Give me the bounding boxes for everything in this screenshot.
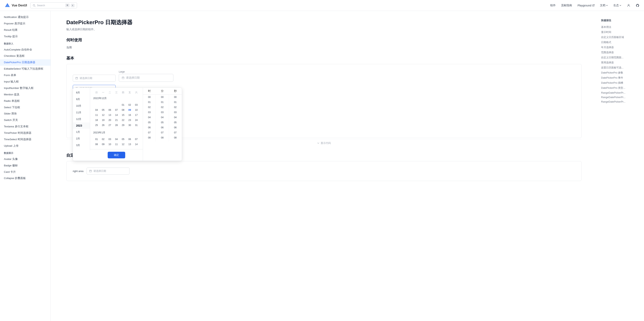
cal-day-18[interactable]: 18	[93, 118, 100, 123]
sidebar-item-avatar[interactable]: Avatar 头像	[0, 156, 50, 162]
min-06[interactable]: 06	[156, 125, 168, 130]
right-nav-item-format[interactable]: 日期格式	[601, 40, 640, 45]
cal-day-03[interactable]: 03	[133, 102, 140, 108]
hour-07[interactable]: 07	[143, 130, 156, 135]
time-col-seconds[interactable]: 00 01 02 03 04 05 06 07 08	[169, 94, 182, 142]
cal-day2-01[interactable]: 01	[93, 137, 100, 142]
right-nav-item-range2[interactable]: RangeDatePickerPr...	[601, 95, 640, 100]
right-nav-item-events[interactable]: DatePickerPro 事件	[601, 75, 640, 80]
cal-day-11[interactable]: 11	[93, 112, 100, 118]
sidebar-item-checkbox[interactable]: Checkbox 复选框	[0, 53, 50, 59]
right-nav-item-time[interactable]: 显示时间	[601, 30, 640, 35]
cal-day2-05[interactable]: 05	[120, 137, 126, 142]
hour-05[interactable]: 05	[143, 120, 156, 125]
sidebar-item-autocomplete[interactable]: AutoComplete 自动补全	[0, 46, 50, 53]
sec-08[interactable]: 08	[169, 135, 182, 140]
hour-02[interactable]: 02	[143, 105, 156, 110]
hour-03[interactable]: 03	[143, 110, 156, 115]
cal-day-28[interactable]: 28	[113, 123, 120, 128]
sidebar-item-datepickerpro[interactable]: DatePickerPro 日期选择器	[0, 59, 50, 66]
cal-day-06[interactable]: 06	[106, 108, 113, 112]
month-item-year-2023[interactable]: 2023	[73, 122, 90, 129]
date-input-large[interactable]: 请选择日期	[119, 74, 174, 82]
cal-day-27[interactable]: 27	[106, 123, 113, 128]
cal-day2-08[interactable]: 08	[93, 142, 100, 147]
sidebar-item-mention[interactable]: Mention 提及	[0, 92, 50, 98]
sidebar-item-inputnumber[interactable]: InputNumber 数字输入框	[0, 85, 50, 92]
sidebar-item-input[interactable]: Input 输入框	[0, 78, 50, 85]
month-item-8[interactable]: 8月	[73, 89, 90, 96]
cal-day-16[interactable]: 16	[126, 112, 133, 118]
sec-07[interactable]: 07	[169, 130, 182, 135]
month-item-9[interactable]: 9月	[73, 96, 90, 102]
cal-day2-07[interactable]: 07	[133, 137, 140, 142]
sidebar-item-notification[interactable]: Notification 通知提示	[0, 14, 50, 20]
cal-day2-03[interactable]: 03	[106, 137, 113, 142]
right-nav-item-range1[interactable]: RangeDatePickerPr...	[601, 90, 640, 95]
sidebar-item-popover[interactable]: Popover 悬浮提示	[0, 20, 50, 27]
min-05[interactable]: 05	[156, 120, 168, 125]
cal-day-22[interactable]: 22	[120, 118, 126, 123]
right-nav-item-types[interactable]: DatePickerPro 类型...	[601, 86, 640, 90]
sidebar-item-upload[interactable]: Upload 上传	[0, 143, 50, 149]
hour-08[interactable]: 08	[143, 135, 156, 140]
nav-ecosystem[interactable]: 生态	[614, 4, 622, 7]
month-item-4[interactable]: 4月	[73, 148, 90, 150]
cal-day-07[interactable]: 07	[113, 108, 120, 112]
cal-day-13[interactable]: 13	[106, 112, 113, 118]
min-04[interactable]: 04	[156, 115, 168, 120]
cal-day2-04[interactable]: 04	[113, 137, 120, 142]
month-scroll[interactable]: 8月 9月 10月 11月 12月 2023 1月 2月 3月 4月	[73, 88, 90, 150]
sec-00[interactable]: 00	[169, 94, 182, 100]
cal-day-26[interactable]: 26	[100, 123, 106, 128]
hour-00[interactable]: 00	[143, 94, 156, 100]
right-nav-item-year-month[interactable]: 年月选择器	[601, 45, 640, 50]
cal-day-10[interactable]: 10	[133, 108, 140, 112]
cal-day-19[interactable]: 19	[100, 118, 106, 123]
date-input-custom[interactable]: 请选择日期	[86, 168, 130, 174]
min-02[interactable]: 02	[156, 105, 168, 110]
cal-day-17[interactable]: 17	[133, 112, 140, 118]
cal-day-01[interactable]: 01	[120, 102, 126, 108]
hour-04[interactable]: 04	[143, 115, 156, 120]
user-icon[interactable]	[627, 4, 630, 7]
right-nav-item-range3[interactable]: RangeDatePickerPr...	[601, 100, 640, 104]
cal-day2-12[interactable]: 12	[120, 142, 126, 147]
cal-day-12[interactable]: 12	[100, 112, 106, 118]
sidebar-item-form[interactable]: Form 表单	[0, 72, 50, 78]
cal-day-05[interactable]: 05	[100, 108, 106, 112]
cal-day-09[interactable]: 09	[126, 108, 133, 112]
search-box[interactable]: Search ⌘ K	[30, 2, 77, 8]
right-nav-item-range[interactable]: 范围选择器	[601, 50, 640, 55]
sec-04[interactable]: 04	[169, 115, 182, 120]
cal-day2-13[interactable]: 13	[126, 142, 133, 147]
min-01[interactable]: 01	[156, 100, 168, 105]
month-item-2[interactable]: 2月	[73, 135, 90, 142]
sidebar-item-result[interactable]: Result 结果	[0, 27, 50, 33]
sidebar-item-textarea[interactable]: Textarea 多行文本框	[0, 124, 50, 130]
cal-day-29[interactable]: 29	[120, 123, 126, 128]
sidebar-item-collapse[interactable]: Collapse 折叠面板	[0, 175, 50, 182]
min-07[interactable]: 07	[156, 130, 168, 135]
time-col-minutes[interactable]: 00 01 02 03 04 05 06 07 08	[156, 94, 169, 142]
confirm-button[interactable]: 确定	[108, 152, 125, 158]
sidebar-item-card[interactable]: Card 卡片	[0, 169, 50, 175]
sec-06[interactable]: 06	[169, 125, 182, 130]
nav-docs[interactable]: 文档	[600, 4, 608, 7]
month-item-10[interactable]: 10月	[73, 102, 90, 109]
sidebar-item-badge[interactable]: Badge 徽标	[0, 162, 50, 169]
sidebar-item-select[interactable]: Select 下拉框	[0, 104, 50, 111]
sidebar-item-tooltip[interactable]: Tooltip 提示	[0, 33, 50, 40]
cal-day-14[interactable]: 14	[113, 112, 120, 118]
right-nav-item-selectable[interactable]: 设置日历面板可选...	[601, 65, 640, 70]
cal-day2-09[interactable]: 09	[100, 142, 106, 147]
sidebar-item-slider[interactable]: Slider 滑块	[0, 110, 50, 117]
cal-day-25[interactable]: 25	[93, 123, 100, 128]
cal-day2-02[interactable]: 02	[100, 137, 106, 142]
hour-06[interactable]: 06	[143, 125, 156, 130]
sec-05[interactable]: 05	[169, 120, 182, 125]
sec-02[interactable]: 02	[169, 105, 182, 110]
month-item-3[interactable]: 3月	[73, 142, 90, 148]
sidebar-item-switch[interactable]: Switch 开关	[0, 117, 50, 124]
right-nav-item-basic[interactable]: 基本用法	[601, 24, 640, 30]
